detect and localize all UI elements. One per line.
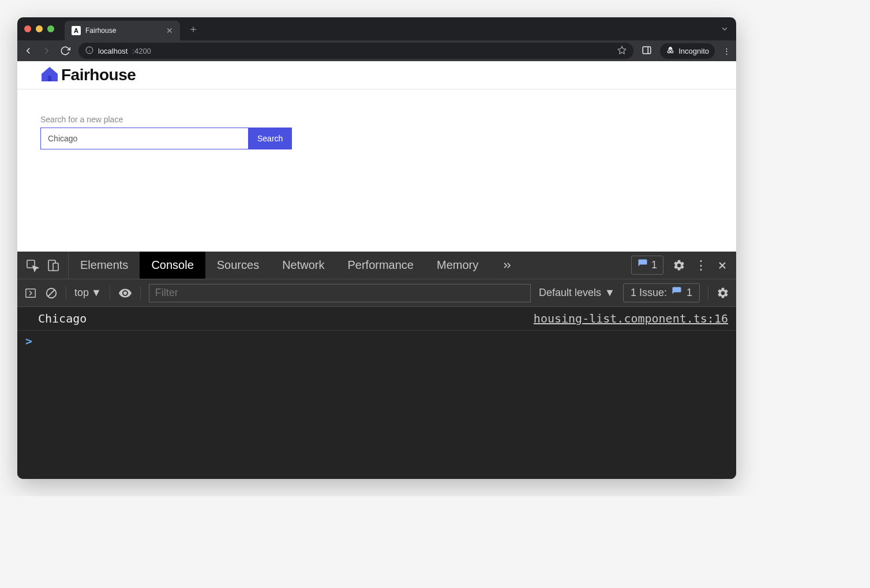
svg-rect-12 xyxy=(53,263,58,271)
app-header: Fairhouse xyxy=(17,61,736,89)
search-form: Search xyxy=(40,128,713,149)
context-label: top xyxy=(74,287,89,299)
browser-toolbar: localhost:4200 Incognito ⋮ xyxy=(17,40,736,61)
tab-favicon: A xyxy=(72,26,81,35)
tab-close-icon[interactable]: ✕ xyxy=(166,26,173,35)
svg-rect-4 xyxy=(643,47,651,54)
console-log-row[interactable]: Chicago housing-list.component.ts:16 xyxy=(17,307,736,331)
issues-label: 1 Issue: xyxy=(631,287,667,299)
devtools-tab-memory[interactable]: Memory xyxy=(425,252,490,279)
logo-house-icon xyxy=(40,66,59,84)
window-controls xyxy=(24,25,54,32)
devtools-tab-sources[interactable]: Sources xyxy=(205,252,271,279)
url-host: localhost xyxy=(98,47,127,55)
maximize-window-button[interactable] xyxy=(47,25,54,32)
svg-rect-15 xyxy=(26,289,36,297)
levels-label: Default levels xyxy=(539,287,601,299)
svg-point-7 xyxy=(671,50,673,53)
console-toolbar: top ▼ Default levels ▼ 1 Issue: 1 xyxy=(17,279,736,307)
chat-icon xyxy=(638,259,648,272)
search-button[interactable]: Search xyxy=(248,128,292,149)
page-viewport: Fairhouse Search for a new place Search xyxy=(17,61,736,252)
console-source-link[interactable]: housing-list.component.ts:16 xyxy=(534,312,728,325)
issues-chip-count: 1 xyxy=(651,259,657,271)
issues-count: 1 xyxy=(687,287,692,299)
address-bar[interactable]: localhost:4200 xyxy=(78,43,633,59)
close-window-button[interactable] xyxy=(24,25,31,32)
devtools-kebab-icon[interactable]: ⋮ xyxy=(695,258,707,273)
devtools-panel: Elements Console Sources Network Perform… xyxy=(17,252,736,479)
inspect-element-icon[interactable] xyxy=(25,259,39,272)
panel-icon[interactable] xyxy=(642,45,652,57)
back-button[interactable] xyxy=(23,46,33,56)
page-body: Search for a new place Search xyxy=(17,89,736,175)
incognito-badge[interactable]: Incognito xyxy=(660,43,715,59)
devtools-tab-console[interactable]: Console xyxy=(140,252,205,279)
console-settings-icon[interactable] xyxy=(717,287,729,299)
browser-menu-icon[interactable]: ⋮ xyxy=(723,47,730,55)
console-filter-input[interactable] xyxy=(149,284,531,302)
clear-console-icon[interactable] xyxy=(45,287,58,299)
tabstrip-dropdown-icon[interactable] xyxy=(720,24,729,33)
devtools-tab-network[interactable]: Network xyxy=(271,252,336,279)
live-expression-icon[interactable] xyxy=(118,286,132,300)
execution-context-selector[interactable]: top ▼ xyxy=(74,287,102,299)
svg-rect-9 xyxy=(48,76,51,81)
devtools-tab-more-icon[interactable] xyxy=(490,252,524,279)
console-output: Chicago housing-list.component.ts:16 > xyxy=(17,307,736,479)
chevron-down-icon: ▼ xyxy=(91,287,102,299)
forward-button[interactable] xyxy=(42,46,52,56)
chat-icon xyxy=(672,286,682,299)
chevron-down-icon: ▼ xyxy=(605,287,615,299)
svg-line-17 xyxy=(48,290,55,296)
url-path: :4200 xyxy=(132,47,151,55)
console-sidebar-toggle-icon[interactable] xyxy=(24,287,37,299)
tab-title: Fairhouse xyxy=(85,27,162,35)
search-input[interactable] xyxy=(40,128,248,149)
console-message: Chicago xyxy=(38,312,87,325)
svg-point-6 xyxy=(668,50,670,53)
console-prompt[interactable]: > xyxy=(17,331,736,351)
devtools-tab-performance[interactable]: Performance xyxy=(336,252,426,279)
browser-tab[interactable]: A Fairhouse ✕ xyxy=(65,21,180,40)
log-levels-selector[interactable]: Default levels ▼ xyxy=(539,287,615,299)
browser-window: A Fairhouse ✕ ＋ localhost:4200 xyxy=(17,17,736,479)
logo-text: Fairhouse xyxy=(61,66,136,84)
devtools-settings-icon[interactable] xyxy=(673,259,685,272)
issues-pill[interactable]: 1 Issue: 1 xyxy=(623,283,700,302)
devtools-tab-elements[interactable]: Elements xyxy=(69,252,140,279)
titlebar: A Fairhouse ✕ ＋ xyxy=(17,17,736,40)
prompt-caret-icon: > xyxy=(25,334,32,348)
svg-marker-3 xyxy=(618,46,626,54)
incognito-icon xyxy=(666,46,675,57)
device-toolbar-icon[interactable] xyxy=(46,259,60,272)
minimize-window-button[interactable] xyxy=(36,25,43,32)
search-label: Search for a new place xyxy=(40,115,713,124)
bookmark-icon[interactable] xyxy=(617,46,627,57)
reload-button[interactable] xyxy=(60,46,70,56)
devtools-close-icon[interactable] xyxy=(717,260,728,271)
devtools-issues-chip[interactable]: 1 xyxy=(631,256,663,275)
incognito-label: Incognito xyxy=(678,47,709,55)
site-info-icon[interactable] xyxy=(85,46,93,56)
new-tab-button[interactable]: ＋ xyxy=(188,22,198,36)
devtools-tabbar: Elements Console Sources Network Perform… xyxy=(17,252,736,279)
